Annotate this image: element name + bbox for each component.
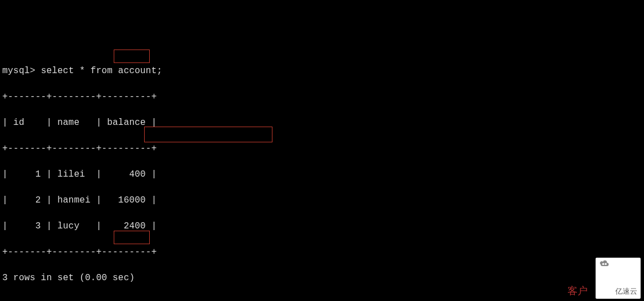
svg-point-0 [602,263,604,265]
table-border: +-------+--------+---------+ [2,91,642,104]
terminal-output: mysql> select * from account; +-------+-… [0,52,644,301]
table-row: | 2 | hanmei | 16000 | [2,194,642,207]
prompt: mysql> [2,66,35,76]
table-row: | 3 | lucy | 2400 | [2,220,642,233]
rows-in-set: 3 rows in set (0.00 sec) [2,272,642,285]
table-header: | id | name | balance | [2,116,642,129]
watermark-badge: 亿速云 [596,258,641,299]
brand-text: 客户 [567,285,588,298]
table-row: | 1 | lilei | 400 | [2,168,642,181]
prompt-line[interactable]: mysql> select * from account; [2,65,642,78]
sql-select: select * from account; [41,66,163,76]
svg-point-1 [605,263,606,265]
table-border: +-------+--------+---------+ [2,246,642,259]
watermark-text: 亿速云 [615,287,637,295]
cloud-icon [599,259,609,267]
table-border: +-------+--------+---------+ [2,142,642,155]
